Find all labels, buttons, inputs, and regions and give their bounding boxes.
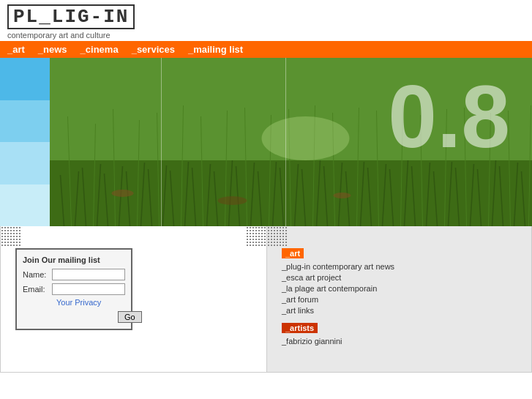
privacy-link[interactable]: Your Privacy [56, 298, 125, 307]
hero-image: 0.8 [0, 58, 532, 226]
go-button[interactable]: Go [118, 311, 142, 323]
svg-point-68 [218, 196, 247, 205]
color-block-3 [0, 142, 50, 184]
header: PL_LIG-IN contemporary art and culture [0, 0, 532, 41]
nav-cinema[interactable]: _cinema [80, 44, 119, 55]
email-input[interactable] [52, 283, 125, 295]
nav-news[interactable]: _news [38, 44, 67, 55]
mailing-form-title: Join Our mailing list [23, 256, 125, 264]
color-block-4 [0, 184, 50, 227]
name-label: Name: [23, 270, 49, 279]
link-art-forum[interactable]: _art forum [282, 295, 524, 304]
link-esca[interactable]: _esca art project [282, 273, 524, 282]
link-la-plage[interactable]: _la plage art contemporain [282, 284, 524, 293]
hero-number: 0.8 [388, 72, 510, 160]
artists-section-label: _artists [282, 323, 318, 333]
tagline: contemporary art and culture [7, 31, 525, 40]
links-area: _art _plug-in contemporary art news _esc… [282, 248, 524, 346]
nav-mailing[interactable]: _mailing list [188, 44, 243, 55]
name-row: Name: [23, 269, 125, 280]
nav-art[interactable]: _art [7, 44, 25, 55]
mailing-panel: Join Our mailing list Name: Email: Your … [0, 226, 267, 373]
logo: PL_LIG-IN [7, 4, 135, 29]
art-section-label: _art [282, 248, 304, 258]
link-art-links[interactable]: _art links [282, 306, 524, 315]
mailing-form: Join Our mailing list Name: Email: Your … [15, 248, 132, 330]
divider-1 [161, 58, 162, 226]
corner-top-right [246, 226, 266, 247]
corner-top-left [1, 226, 21, 247]
email-row: Email: [23, 283, 125, 295]
right-corner-top-left [267, 226, 288, 247]
link-plug-in-art-news[interactable]: _plug-in contemporary art news [282, 262, 524, 271]
links-panel: _art _plug-in contemporary art news _esc… [267, 226, 532, 373]
bottom-section: Join Our mailing list Name: Email: Your … [0, 226, 532, 373]
nav-services[interactable]: _services [132, 44, 175, 55]
svg-point-67 [112, 190, 134, 197]
link-fabrizio[interactable]: _fabrizio giannini [282, 337, 524, 346]
name-input[interactable] [52, 269, 125, 280]
divider-2 [285, 58, 286, 226]
color-blocks [0, 58, 50, 226]
color-block-1 [0, 58, 50, 100]
email-label: Email: [23, 285, 49, 294]
color-block-2 [0, 100, 50, 143]
svg-point-69 [334, 193, 351, 198]
svg-point-70 [262, 116, 350, 160]
nav-bar: _art _news _cinema _services _mailing li… [0, 41, 532, 58]
